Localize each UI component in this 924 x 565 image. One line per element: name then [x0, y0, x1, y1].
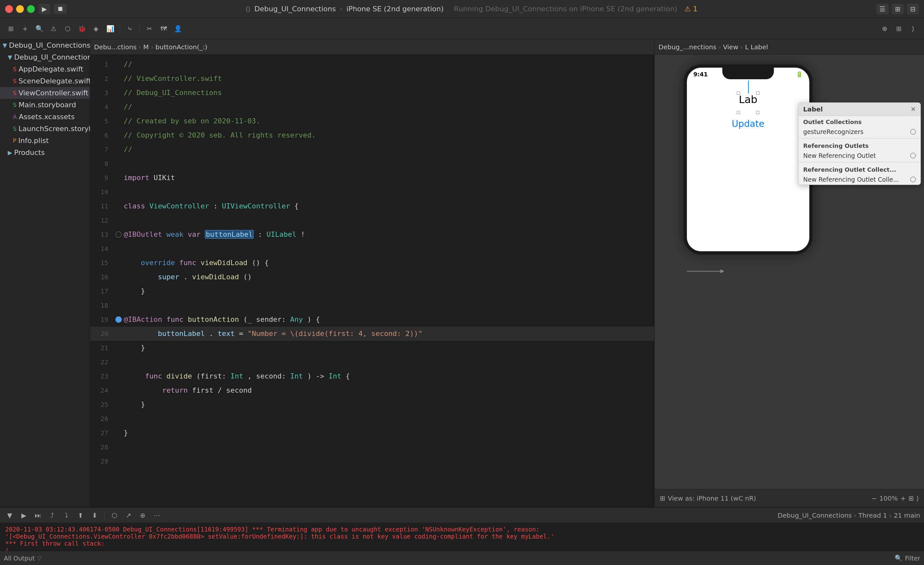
- warning-badge: ⚠ 1: [684, 5, 698, 13]
- debug-toolbar: ▼ ▶ ⏭ ⤴ ⤵ ⬆ ⬇ ⬡ ↗ ⊕ ⋯ Debug_UI_Connectio…: [0, 508, 924, 523]
- project-group[interactable]: ▼ Debug_UI_Connections: [0, 51, 90, 63]
- debug-share[interactable]: ↗: [123, 510, 134, 521]
- popup-row-new-outlet[interactable]: New Referencing Outlet: [799, 150, 921, 161]
- line-number: 14: [93, 241, 108, 256]
- error-line-2: '[<Debug_UI_Connections.ViewController 0…: [5, 533, 919, 540]
- test-nav[interactable]: ⬡: [62, 23, 74, 34]
- debug-step-over[interactable]: ⏭: [32, 510, 44, 521]
- code-line: 16 super . viewDidLoad (): [90, 270, 654, 284]
- breakpoint-empty[interactable]: [116, 231, 122, 238]
- line-number: 19: [93, 312, 108, 327]
- output-dropdown-icon[interactable]: ▽: [38, 555, 42, 562]
- handle-tr: [756, 91, 759, 95]
- line-number: 23: [93, 369, 108, 383]
- line-number: 12: [93, 213, 108, 228]
- canvas-footer: ⊞ View as: iPhone 11 (wC nR) − 100% + ⊞ …: [655, 489, 924, 507]
- authors[interactable]: 👤: [172, 23, 184, 34]
- titlebar-center: ⟨⟩ Debug_UI_Connections › iPhone SE (2nd…: [70, 5, 873, 13]
- label-container[interactable]: Lab: [739, 93, 758, 112]
- code-line-iboutlet: 13 @IBOutlet weak var buttonLabel : UILa…: [90, 228, 654, 241]
- group-products[interactable]: ▶ Products: [0, 147, 90, 159]
- debug-up[interactable]: ⬆: [75, 510, 86, 521]
- filter-label[interactable]: Filter: [905, 555, 920, 562]
- code-line: 10: [90, 185, 654, 199]
- minimap[interactable]: 🗺: [158, 23, 170, 34]
- fit-icon[interactable]: ⊞: [660, 495, 665, 502]
- minimize-button[interactable]: [16, 5, 24, 13]
- debug-memory[interactable]: ⬡: [109, 510, 120, 521]
- root-group[interactable]: ▼ Debug_UI_Connections: [0, 39, 90, 51]
- layout-icon[interactable]: ⊞: [908, 495, 914, 502]
- file-launchscreen[interactable]: S LaunchScreen.storyboard: [0, 123, 90, 135]
- debug-step-into[interactable]: ⤴: [46, 510, 58, 521]
- debug-down[interactable]: ⬇: [89, 510, 100, 521]
- window-controls: [5, 5, 35, 13]
- zoom-in-icon[interactable]: +: [900, 495, 906, 502]
- search-tool[interactable]: 🔍: [33, 23, 45, 34]
- source-control[interactable]: ⤷: [124, 23, 136, 34]
- file-label: ViewController.swift: [18, 89, 88, 97]
- issue-nav[interactable]: ⚠: [48, 23, 59, 34]
- code-line: 15 override func viewDidLoad () {: [90, 256, 654, 270]
- connect-circle[interactable]: [910, 129, 916, 135]
- add-file[interactable]: +: [20, 23, 31, 34]
- nav-back[interactable]: ⊞: [5, 23, 17, 34]
- update-button[interactable]: Update: [732, 118, 764, 129]
- breadcrumb-folder: M: [143, 43, 149, 51]
- code-line: 17 }: [90, 284, 654, 298]
- assistant[interactable]: ⊞: [893, 23, 904, 34]
- debug-simulate[interactable]: ⊕: [137, 510, 148, 521]
- file-main-storyboard[interactable]: S Main.storyboard: [0, 99, 90, 111]
- sidebar-toggle[interactable]: ☰: [876, 4, 888, 14]
- connect-circle-coll[interactable]: [910, 177, 916, 182]
- line-content: //: [124, 57, 652, 72]
- close-button[interactable]: [5, 5, 13, 13]
- breadcrumb-file: Debu...ctions: [94, 43, 136, 51]
- debug-sep: [104, 511, 105, 520]
- zoom-out-icon[interactable]: −: [872, 495, 877, 502]
- layout-toggle[interactable]: ⊞: [892, 4, 904, 14]
- file-assets[interactable]: A Assets.xcassets: [0, 111, 90, 123]
- debug-pause[interactable]: ▼: [4, 510, 15, 521]
- connect-circle-outlet[interactable]: [910, 153, 916, 159]
- stop-button[interactable]: ⏹: [54, 4, 67, 14]
- debug-more[interactable]: ⋯: [151, 510, 163, 521]
- maximize-button[interactable]: [27, 5, 35, 13]
- device-view-label: View as: iPhone 11 (wC nR): [668, 495, 756, 502]
- inspector-icon[interactable]: ⟩: [916, 495, 919, 502]
- inspectors[interactable]: ⟩: [907, 23, 919, 34]
- file-appdelegate[interactable]: S AppDelegate.swift: [0, 63, 90, 75]
- popup-row-gesture[interactable]: gestureRecognizers: [799, 127, 921, 137]
- library-add[interactable]: ⊕: [879, 23, 891, 34]
- file-label: SceneDelegate.swift: [18, 77, 90, 85]
- output-tab-label[interactable]: All Output: [4, 555, 35, 562]
- line-content: buttonLabel . text = "Number = \(divide(…: [124, 327, 652, 341]
- file-label: Assets.xcassets: [19, 113, 74, 121]
- file-viewcontroller[interactable]: S ViewController.swift: [0, 87, 90, 99]
- debug-continue[interactable]: ▶: [18, 510, 30, 521]
- line-number: 24: [93, 383, 108, 397]
- canvas-body: 9:41 🔋 Lab: [655, 55, 924, 489]
- code-review[interactable]: ✂: [144, 23, 155, 34]
- file-scenedelegate[interactable]: S SceneDelegate.swift: [0, 75, 90, 87]
- debug-console: ▼ ▶ ⏭ ⤴ ⤵ ⬆ ⬇ ⬡ ↗ ⊕ ⋯ Debug_UI_Connectio…: [0, 507, 924, 565]
- popup-close-icon[interactable]: ✕: [910, 105, 916, 113]
- line-content: @IBAction func buttonAction (_ sender: A…: [124, 312, 652, 327]
- new-referencing-outlet-label: New Referencing Outlet: [803, 152, 876, 159]
- breakpoint-nav[interactable]: ◈: [90, 23, 102, 34]
- breakpoint-filled[interactable]: [116, 316, 122, 323]
- run-button[interactable]: ▶: [39, 4, 50, 14]
- error-line-4: (: [5, 547, 919, 551]
- debug-project-label: Debug_UI_Connections: [778, 511, 852, 519]
- popup-row-new-outlet-collection[interactable]: New Referencing Outlet Colle...: [799, 174, 921, 184]
- inspector-toggle[interactable]: ⊟: [907, 4, 919, 14]
- debug-step-out[interactable]: ⤵: [61, 510, 72, 521]
- code-line: 23 func divide (first: Int , second: Int…: [90, 369, 654, 383]
- code-editor[interactable]: Debu...ctions › M › buttonAction(_:) 1 /…: [90, 39, 655, 507]
- line-content: super . viewDidLoad (): [124, 270, 652, 284]
- file-infoplist[interactable]: P Info.plist: [0, 135, 90, 147]
- code-line: 22: [90, 355, 654, 369]
- debug-nav[interactable]: 🐞: [76, 23, 88, 34]
- line-content: // Copyright © 2020 seb. All rights rese…: [124, 128, 652, 142]
- report-nav[interactable]: 📊: [104, 23, 116, 34]
